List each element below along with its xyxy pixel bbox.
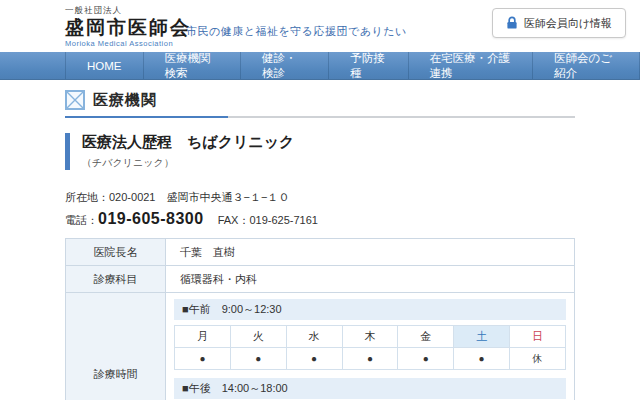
director-name: 千葉 直樹 [166,239,574,265]
hours-cell: ■午前 9:00～12:30 月 火 水 木 金 土 日 ● [166,293,574,400]
table-row-director: 医院長名 千葉 直樹 [66,239,574,266]
day-tue: 火 [230,326,286,348]
nav-item-homecare[interactable]: 在宅医療・介護連携 [408,52,533,79]
site-logo[interactable]: 一般社団法人 盛岡市医師会 Morioka Medical Associatio… [65,5,191,48]
session-afternoon-label: ■午後 14:00～18:00 [174,378,566,399]
day-mon: 月 [175,326,231,348]
org-name: 盛岡市医師会 [65,17,191,39]
org-name-en: Morioka Medical Association [65,39,191,48]
address-label: 所在地： [65,191,109,203]
clinic-name-reading: （チバクリニック） [82,156,575,170]
page-title-row: 医療機関 [65,90,575,110]
address-value: 020-0021 盛岡市中央通３−１−１０ [109,191,289,203]
page-title: 医療機関 [93,91,157,110]
marks-row: ● ● ● ● ● ● 休 [175,348,566,370]
mark-fri: ● [398,348,454,370]
day-fri: 金 [398,326,454,348]
clinic-info-table: 医院長名 千葉 直樹 診療科目 循環器科・内科 診療時間 ■午前 9:00～12… [65,238,575,400]
phone-number: 019-605-8300 [98,210,204,228]
title-underline [65,116,575,118]
phone-line: 電話： 019-605-8300 FAX：019-625-7161 [65,210,575,228]
departments-value: 循環器科・内科 [166,266,574,292]
site-tagline: 市民の健康と福祉を守る応援団でありたい [186,24,407,39]
address-line: 所在地：020-0021 盛岡市中央通３−１−１０ [65,190,575,205]
fax-number: 019-625-7161 [249,214,318,226]
schedule-session-morning: ■午前 9:00～12:30 月 火 水 木 金 土 日 ● [174,299,566,370]
day-sat: 土 [454,326,510,348]
mark-thu: ● [342,348,398,370]
schedule-table-morning: 月 火 水 木 金 土 日 ● ● ● ● [174,325,566,370]
member-info-button[interactable]: 医師会員向け情報 [492,8,626,38]
departments-label: 診療科目 [66,266,166,292]
session-morning-label: ■午前 9:00～12:30 [174,299,566,320]
clinic-name: 医療法人歴程 ちばクリニック [82,133,575,152]
member-info-label: 医師会員向け情報 [524,16,612,31]
day-wed: 水 [286,326,342,348]
main-nav: HOME 医療機関検索 健診・検診 予防接種 在宅医療・介護連携 医師会のご紹介 [0,52,640,80]
lock-icon [506,16,518,30]
table-row-departments: 診療科目 循環器科・内科 [66,266,574,293]
nav-item-home[interactable]: HOME [65,52,143,79]
mark-wed: ● [286,348,342,370]
main-content: 医療機関 医療法人歴程 ちばクリニック （チバクリニック） 所在地：020-00… [0,90,640,400]
nav-item-institution-search[interactable]: 医療機関検索 [143,52,240,79]
nav-item-vaccination[interactable]: 予防接種 [328,52,407,79]
mark-sat: ● [454,348,510,370]
fax-label: FAX： [218,213,250,228]
mark-tue: ● [230,348,286,370]
mark-sun: 休 [510,348,566,370]
site-header: 一般社団法人 盛岡市医師会 Morioka Medical Associatio… [0,0,640,52]
address-block: 所在地：020-0021 盛岡市中央通３−１−１０ 電話： 019-605-83… [65,190,575,228]
day-thu: 木 [342,326,398,348]
hours-label: 診療時間 [66,293,166,400]
nav-item-checkups[interactable]: 健診・検診 [240,52,328,79]
mark-mon: ● [175,348,231,370]
day-header-row: 月 火 水 木 金 土 日 [175,326,566,348]
table-row-hours: 診療時間 ■午前 9:00～12:30 月 火 水 木 金 土 日 [66,293,574,400]
title-underline-accent [65,116,228,118]
director-label: 医院長名 [66,239,166,265]
phone-label: 電話： [65,213,98,228]
clinic-header: 医療法人歴程 ちばクリニック （チバクリニック） [65,133,575,170]
nav-item-about[interactable]: 医師会のご紹介 [532,52,640,79]
schedule-session-afternoon: ■午後 14:00～18:00 月 火 水 木 金 土 日 ● [174,378,566,400]
image-placeholder-icon [65,90,85,110]
day-sun: 日 [510,326,566,348]
corporation-type: 一般社団法人 [65,5,191,17]
